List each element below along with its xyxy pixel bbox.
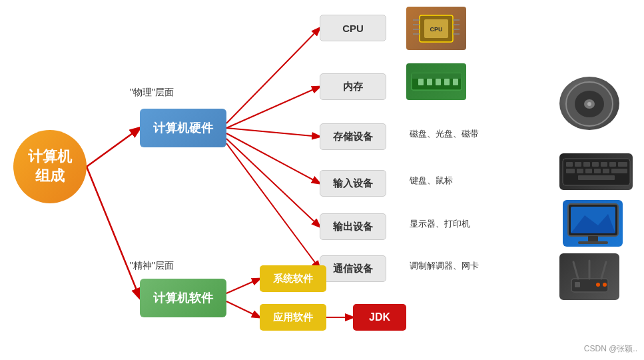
output-node: 输出设备 [320, 213, 386, 240]
input-node: 输入设备 [320, 170, 386, 197]
physical-label: "物理"层面 [130, 87, 174, 99]
input-label: 输入设备 [333, 177, 373, 190]
svg-rect-23 [412, 73, 462, 79]
sys-sw-node: 系统软件 [260, 265, 326, 292]
svg-rect-28 [453, 79, 458, 85]
jdk-label: JDK [369, 311, 390, 323]
svg-rect-26 [436, 79, 441, 85]
diagram: 计算机组成 "物理"层面 计算机硬件 CPU 内存 存储设备 输入设备 输出设备… [0, 0, 644, 360]
svg-line-7 [226, 143, 320, 269]
svg-rect-51 [588, 236, 598, 241]
svg-rect-44 [594, 169, 601, 173]
svg-rect-36 [583, 162, 590, 167]
svg-line-4 [226, 128, 320, 137]
svg-line-3 [226, 87, 320, 128]
svg-rect-27 [444, 79, 450, 85]
svg-rect-45 [603, 169, 609, 173]
svg-rect-34 [566, 162, 573, 167]
svg-rect-40 [618, 162, 627, 167]
input-desc: 键盘、鼠标 [410, 175, 453, 187]
cpu-node: CPU [320, 15, 386, 41]
router-image [559, 253, 619, 300]
output-label: 输出设备 [333, 221, 373, 233]
root-node: 计算机组成 [13, 130, 87, 203]
cpu-label: CPU [342, 23, 364, 34]
software-node: 计算机软件 [140, 279, 226, 317]
svg-rect-37 [592, 162, 599, 167]
svg-rect-24 [418, 79, 424, 85]
software-label: 计算机软件 [153, 290, 213, 306]
app-sw-label: 应用软件 [273, 311, 313, 324]
root-label: 计算机组成 [28, 147, 72, 185]
svg-rect-35 [575, 162, 581, 167]
cpu-image: CPU [406, 7, 466, 50]
svg-line-57 [573, 262, 578, 279]
hardware-node: 计算机硬件 [140, 109, 226, 147]
comm-desc: 调制解调器、网卡 [410, 260, 479, 272]
svg-line-8 [226, 279, 260, 293]
svg-line-9 [226, 301, 260, 317]
svg-rect-25 [427, 79, 432, 85]
comm-node: 通信设备 [320, 255, 386, 282]
svg-text:CPU: CPU [430, 26, 442, 33]
jdk-node: JDK [353, 304, 406, 331]
storage-desc: 磁盘、光盘、磁带 [410, 128, 479, 140]
memory-label: 内存 [343, 81, 363, 93]
monitor-image [563, 200, 623, 247]
sys-sw-label: 系统软件 [273, 273, 313, 285]
memory-node: 内存 [320, 73, 386, 100]
svg-point-32 [587, 102, 591, 106]
svg-line-5 [226, 133, 320, 183]
svg-line-0 [87, 128, 140, 167]
hardware-label: 计算机硬件 [153, 120, 213, 136]
svg-rect-39 [609, 162, 616, 167]
comm-label: 通信设备 [333, 263, 373, 275]
svg-rect-43 [585, 169, 592, 173]
svg-rect-38 [601, 162, 607, 167]
svg-point-56 [603, 283, 607, 287]
storage-label: 存储设备 [333, 131, 373, 143]
keyboard-image [559, 153, 633, 190]
svg-rect-42 [577, 169, 583, 173]
svg-line-2 [226, 28, 320, 123]
svg-rect-47 [578, 175, 615, 180]
output-desc: 显示器、打印机 [410, 218, 470, 230]
memory-image [406, 63, 466, 100]
hdd-image [559, 77, 619, 130]
app-sw-node: 应用软件 [260, 304, 326, 331]
storage-node: 存储设备 [320, 123, 386, 150]
svg-rect-46 [611, 169, 627, 173]
svg-rect-52 [578, 241, 608, 244]
svg-point-55 [596, 283, 600, 287]
svg-line-1 [87, 167, 140, 298]
spirit-label: "精神"层面 [130, 260, 174, 272]
watermark: CSDN @张颖.. [584, 343, 637, 355]
svg-line-6 [226, 139, 320, 227]
svg-rect-54 [575, 282, 580, 287]
svg-rect-41 [566, 169, 575, 173]
svg-line-59 [601, 262, 606, 279]
